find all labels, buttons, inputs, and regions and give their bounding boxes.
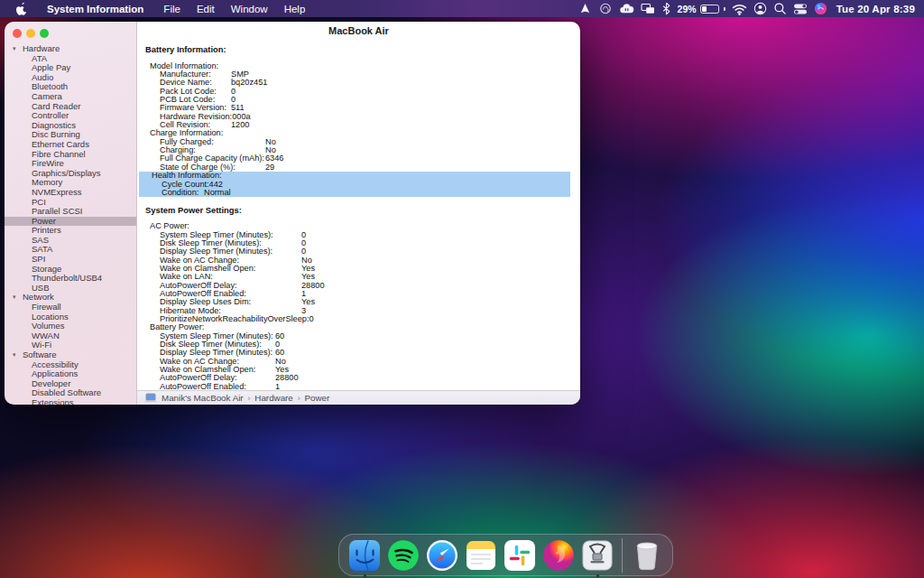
sidebar-item-wwan[interactable]: WWAN — [5, 331, 136, 341]
report-row[interactable]: Condition:Normal — [139, 189, 570, 197]
window-title: MacBook Air — [137, 22, 580, 36]
sidebar-item-spi[interactable]: SPI — [5, 255, 136, 265]
dock-spotify-icon[interactable] — [387, 539, 420, 572]
sidebar-group-label: Software — [23, 350, 57, 360]
dock-separator — [622, 538, 623, 573]
sidebar-item-sas[interactable]: SAS — [5, 236, 136, 246]
siri-icon[interactable] — [814, 2, 827, 15]
sidebar-item-card-reader[interactable]: Card Reader — [5, 102, 136, 112]
battery-percent: 29% — [678, 4, 697, 14]
sidebar-group-network[interactable]: ▾Network — [5, 293, 136, 303]
sidebar-item-thunderbolt-usb4[interactable]: Thunderbolt/USB4 — [5, 274, 136, 284]
dock-safari-icon[interactable] — [426, 539, 458, 572]
dock-slack-icon[interactable] — [504, 539, 536, 572]
desktop-wallpaper: System Information FileEditWindowHelp 29… — [0, 0, 924, 578]
display-mirroring-icon[interactable] — [641, 2, 655, 15]
avast-icon[interactable] — [578, 2, 592, 15]
sidebar-item-graphics-displays[interactable]: Graphics/Displays — [5, 169, 136, 179]
dock-notes-icon[interactable] — [465, 539, 497, 572]
dock-firefox-icon[interactable] — [542, 539, 575, 572]
sidebar-tree: ▾HardwareATAApple PayAudioBluetoothCamer… — [5, 44, 136, 405]
sidebar-item-apple-pay[interactable]: Apple Pay — [5, 63, 136, 73]
report-text: Battery Information:Model Information:Ma… — [137, 45, 580, 391]
apple-menu-icon[interactable] — [9, 2, 35, 15]
user-switch-icon[interactable] — [753, 2, 767, 15]
sidebar-item-sata[interactable]: SATA — [5, 245, 136, 255]
row-value: 1200 — [231, 121, 249, 129]
cloud-sync-paused-icon[interactable] — [619, 2, 634, 15]
menu-help[interactable]: Help — [276, 4, 314, 14]
sidebar-item-ethernet-cards[interactable]: Ethernet Cards — [5, 140, 136, 150]
sidebar-item-extensions[interactable]: Extensions — [5, 398, 136, 405]
menu-edit[interactable]: Edit — [189, 4, 223, 14]
row-value: 0 — [309, 315, 313, 323]
window-controls — [5, 22, 136, 38]
wifi-icon[interactable] — [732, 3, 747, 15]
breadcrumb-separator: › — [293, 393, 305, 403]
sidebar-item-parallel-scsi[interactable]: Parallel SCSI — [5, 207, 136, 217]
sidebar-item-camera[interactable]: Camera — [5, 92, 136, 102]
battery-icon — [700, 5, 719, 14]
breadcrumb-item[interactable]: Power — [305, 393, 330, 403]
sidebar-item-nvmexpress[interactable]: NVMExpress — [5, 188, 136, 198]
bluetooth-icon[interactable] — [661, 2, 671, 15]
zoom-button[interactable] — [40, 29, 49, 38]
chevron-down-icon: ▾ — [13, 44, 20, 54]
breadcrumb-item[interactable]: Manik's MacBook Air — [162, 393, 244, 403]
sidebar-group-label: Hardware — [23, 44, 60, 54]
menu-bar: System Information FileEditWindowHelp 29… — [0, 0, 924, 17]
dock — [338, 534, 673, 576]
sidebar-item-fibre-channel[interactable]: Fibre Channel — [5, 150, 136, 160]
sidebar-group-software[interactable]: ▾Software — [5, 350, 136, 360]
sidebar: ▾HardwareATAApple PayAudioBluetoothCamer… — [5, 22, 137, 405]
app-menu-title[interactable]: System Information — [39, 4, 152, 14]
close-button[interactable] — [13, 29, 22, 38]
breadcrumb-item[interactable]: Hardware — [254, 393, 292, 403]
menu-window[interactable]: Window — [223, 4, 276, 14]
row-value: Normal — [204, 189, 231, 197]
spotlight-search-icon[interactable] — [773, 2, 787, 15]
sidebar-item-volumes[interactable]: Volumes — [5, 322, 136, 331]
report-pane: MacBook Air Battery Information:Model In… — [137, 22, 580, 405]
status-bar: Manik's MacBook Air › Hardware › Power — [137, 390, 580, 405]
menu-bar-clock[interactable]: Tue 20 Apr 8:39 — [834, 4, 915, 14]
minimize-button[interactable] — [26, 29, 35, 38]
sidebar-item-printers[interactable]: Printers — [5, 226, 136, 236]
menu-bar-status-area: 29%Tue 20 Apr 8:39 — [578, 2, 924, 15]
dock-system-information-icon[interactable] — [581, 539, 614, 572]
report-row[interactable]: Fully Charged:No — [137, 138, 580, 146]
sidebar-item-ata[interactable]: ATA — [5, 54, 136, 64]
sidebar-item-bluetooth[interactable]: Bluetooth — [5, 82, 136, 92]
system-information-window: ▾HardwareATAApple PayAudioBluetoothCamer… — [5, 22, 580, 405]
breadcrumb-separator: › — [244, 393, 255, 403]
running-indicator — [364, 574, 366, 577]
row-value: 29 — [265, 163, 274, 172]
spacer — [137, 214, 580, 222]
row-value: bq20z451 — [231, 79, 267, 87]
sidebar-item-power[interactable]: Power — [5, 217, 136, 227]
section-header[interactable]: System Power Settings: — [137, 206, 580, 214]
menu-file[interactable]: File — [155, 4, 189, 14]
row-label: Condition: — [162, 189, 204, 197]
dock-trash-icon[interactable] — [631, 539, 663, 572]
section-header[interactable]: Battery Information: — [137, 45, 580, 53]
breadcrumb[interactable]: Manik's MacBook Air › Hardware › Power — [162, 393, 329, 403]
menu-bar-left: System Information FileEditWindowHelp — [0, 2, 313, 15]
sidebar-item-applications[interactable]: Applications — [5, 369, 136, 379]
sidebar-group-hardware[interactable]: ▾Hardware — [5, 44, 136, 54]
chevron-down-icon: ▾ — [13, 293, 20, 303]
battery-indicator[interactable]: 29% — [678, 4, 725, 14]
sidebar-item-firewall[interactable]: Firewall — [5, 303, 136, 312]
adobe-creative-cloud-icon[interactable] — [598, 2, 613, 15]
sidebar-item-audio[interactable]: Audio — [5, 73, 136, 83]
control-center-icon[interactable] — [793, 3, 808, 15]
running-indicator — [596, 574, 599, 577]
sidebar-item-locations[interactable]: Locations — [5, 312, 136, 322]
macbook-icon — [144, 393, 157, 403]
dock-finder-icon[interactable] — [348, 539, 381, 572]
chevron-down-icon: ▾ — [13, 350, 20, 360]
